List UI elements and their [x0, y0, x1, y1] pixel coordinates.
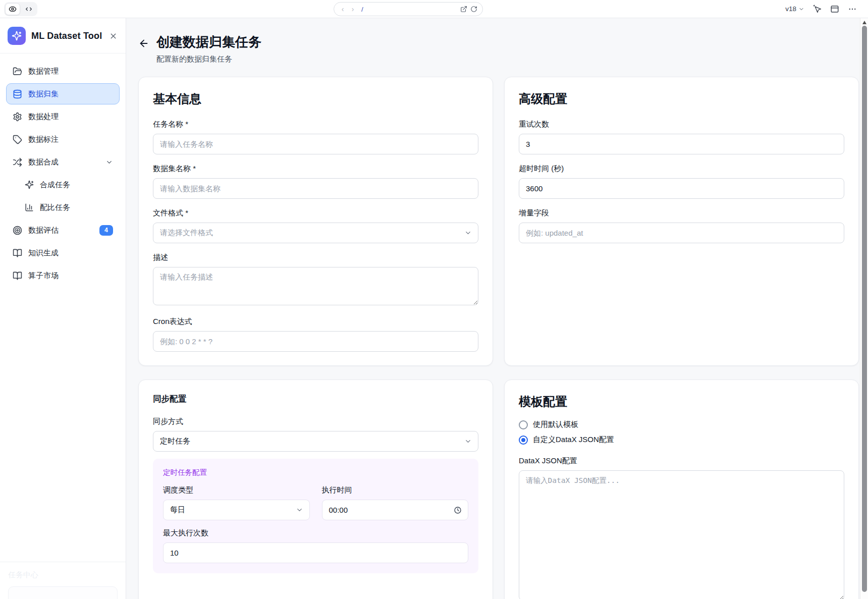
timeout-label: 超时时间 (秒)	[519, 164, 844, 174]
app-logo	[8, 27, 26, 45]
sidebar-item-label: 合成任务	[40, 180, 70, 190]
sidebar-item-label: 数据归集	[28, 89, 59, 99]
sidebar-item-data-annotation[interactable]: 数据标注	[6, 129, 120, 150]
sparkles-icon	[25, 180, 34, 189]
page-header-text: 创建数据归集任务 配置新的数据归集任务	[156, 33, 261, 64]
page-subtitle: 配置新的数据归集任务	[156, 55, 261, 64]
app-title: ML Dataset Tool	[31, 31, 102, 41]
pointer-select-icon[interactable]	[813, 5, 822, 13]
description-textarea[interactable]	[153, 267, 478, 305]
scheduled-task-panel: 定时任务配置 调度类型 每日 执行时间	[153, 459, 478, 573]
sidebar-item-label: 数据处理	[28, 112, 59, 122]
notification-badge: 4	[99, 225, 113, 236]
incremental-field-label: 增量字段	[519, 208, 844, 218]
toolbar-left-group	[0, 2, 37, 16]
file-format-field: 文件格式 * 请选择文件格式	[153, 208, 478, 243]
sidebar-item-label: 数据标注	[28, 135, 59, 144]
sidebar-item-ratio-tasks[interactable]: 配比任务	[6, 197, 120, 218]
scrollbar-thumb[interactable]	[862, 26, 867, 592]
clock-icon	[454, 506, 462, 514]
schedule-type-select[interactable]: 每日	[163, 500, 310, 520]
scheduled-task-grid: 调度类型 每日 执行时间 00:00	[163, 485, 468, 520]
back-button[interactable]	[138, 38, 149, 49]
sync-mode-field: 同步方式 定时任务	[153, 417, 478, 452]
task-center-box	[8, 586, 118, 599]
sidebar-nav: 数据管理 数据归集 数据处理 数据标注	[0, 53, 126, 295]
incremental-field-input[interactable]	[519, 223, 844, 243]
dataset-name-input[interactable]	[153, 178, 478, 199]
sync-config-title: 同步配置	[153, 394, 478, 405]
cron-input[interactable]	[153, 331, 478, 352]
template-config-title: 模板配置	[519, 394, 844, 410]
sidebar-item-label: 数据合成	[28, 157, 59, 167]
sidebar-item-label: 配比任务	[40, 203, 70, 212]
version-label: v18	[785, 5, 796, 13]
main-content: 创建数据归集任务 配置新的数据归集任务 基本信息 任务名称 * 数据集名称 * …	[126, 18, 868, 599]
sync-config-card: 同步配置 同步方式 定时任务 定时任务配置 调度类型	[138, 379, 493, 599]
sidebar-item-data-management[interactable]: 数据管理	[6, 61, 120, 82]
close-icon	[109, 32, 118, 40]
page-title: 创建数据归集任务	[156, 33, 261, 51]
radio-default-template-label: 使用默认模板	[533, 420, 578, 429]
sidebar-item-label: 算子市场	[28, 271, 59, 281]
code-icon	[25, 5, 33, 13]
basic-info-title: 基本信息	[153, 91, 478, 107]
version-selector[interactable]: v18	[785, 5, 804, 13]
tag-icon	[13, 135, 22, 144]
shuffle-icon	[13, 157, 22, 167]
nav-back-icon[interactable]: ‹	[339, 6, 346, 13]
exec-time-value: 00:00	[329, 506, 454, 514]
database-icon	[13, 89, 22, 99]
arrow-left-icon	[138, 38, 149, 49]
sidebar-item-data-collection[interactable]: 数据归集	[6, 83, 120, 104]
sparkles-icon	[12, 31, 22, 41]
retry-count-field: 重试次数	[519, 120, 844, 154]
sync-mode-select[interactable]: 定时任务	[153, 431, 478, 452]
url-bar[interactable]: ‹ › /	[334, 2, 483, 16]
sidebar-close-button[interactable]	[109, 32, 118, 40]
book-icon	[13, 271, 22, 281]
url-path: /	[361, 6, 457, 13]
radio-checked-icon	[519, 435, 528, 445]
sidebar-item-data-evaluation[interactable]: 数据评估 4	[6, 220, 120, 241]
sidebar: ML Dataset Tool 数据管理 数据归集	[0, 18, 126, 599]
datax-json-textarea[interactable]	[519, 470, 844, 599]
task-name-input[interactable]	[153, 134, 478, 154]
datax-json-field: DataX JSON配置	[519, 456, 844, 599]
retry-count-input[interactable]	[519, 134, 844, 154]
incremental-field: 增量字段	[519, 208, 844, 243]
code-view-button[interactable]	[21, 3, 36, 15]
schedule-type-label: 调度类型	[163, 485, 310, 495]
sidebar-item-label: 知识生成	[28, 248, 59, 258]
form-cards-grid: 基本信息 任务名称 * 数据集名称 * 文件格式 * 请选择文件格式	[138, 77, 859, 599]
nav-forward-icon[interactable]: ›	[349, 6, 356, 13]
file-format-select[interactable]: 请选择文件格式	[153, 223, 478, 243]
sidebar-item-synthesis-tasks[interactable]: 合成任务	[6, 174, 120, 195]
cron-field: Cron表达式	[153, 317, 478, 352]
refresh-icon[interactable]	[470, 6, 477, 13]
exec-time-input[interactable]: 00:00	[322, 500, 469, 520]
preview-eye-button[interactable]	[5, 3, 20, 15]
sidebar-item-knowledge-generation[interactable]: 知识生成	[6, 242, 120, 263]
browser-window-icon[interactable]	[830, 5, 839, 14]
datax-json-label: DataX JSON配置	[519, 456, 844, 466]
max-runs-input[interactable]	[163, 542, 468, 563]
template-config-card: 模板配置 使用默认模板 自定义DataX JSON配置 DataX JSON配置	[504, 379, 859, 599]
page-scrollbar[interactable]	[860, 18, 868, 599]
scrollbar-up-arrow[interactable]	[862, 21, 866, 24]
sidebar-item-data-synthesis[interactable]: 数据合成	[6, 151, 120, 173]
radio-custom-datax[interactable]: 自定义DataX JSON配置	[519, 435, 844, 445]
target-icon	[13, 226, 22, 235]
timeout-input[interactable]	[519, 178, 844, 199]
radio-default-template[interactable]: 使用默认模板	[519, 420, 844, 429]
sidebar-item-operator-market[interactable]: 算子市场	[6, 265, 120, 286]
scheduled-task-panel-title: 定时任务配置	[163, 468, 468, 477]
more-menu-icon[interactable]	[848, 5, 857, 14]
sidebar-item-data-processing[interactable]: 数据处理	[6, 106, 120, 127]
dataset-name-field: 数据集名称 *	[153, 164, 478, 199]
description-label: 描述	[153, 253, 478, 262]
book-icon	[13, 248, 22, 258]
open-external-icon[interactable]	[460, 6, 467, 13]
basic-info-card: 基本信息 任务名称 * 数据集名称 * 文件格式 * 请选择文件格式	[138, 77, 493, 366]
browser-toolbar: ‹ › / v18	[0, 0, 868, 18]
